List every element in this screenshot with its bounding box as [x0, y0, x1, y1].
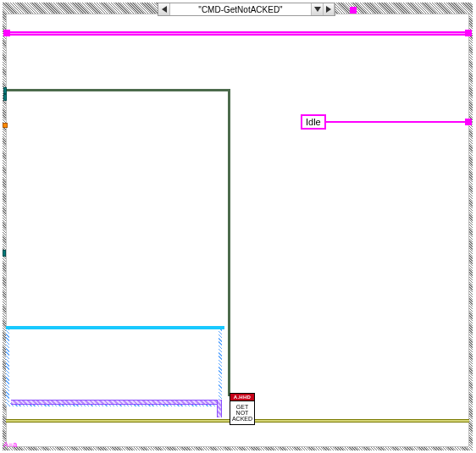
case-prev-button[interactable] — [158, 3, 170, 15]
wire-magenta-idle — [324, 121, 469, 123]
tunnel-top-magenta — [350, 7, 357, 14]
case-name-display[interactable]: "CMD-GetNotACKED" — [170, 5, 311, 14]
footer-aa-label: A=a — [3, 440, 17, 449]
wire-purple-vertical — [217, 400, 222, 417]
tunnel-left-green — [3, 87, 7, 94]
subvi-header: A.HHD — [230, 394, 254, 401]
tunnel-left-magenta-top — [3, 30, 10, 36]
wire-green-horizontal — [6, 89, 230, 91]
tunnel-right-magenta-top — [465, 30, 472, 36]
tunnel-left-teal-2 — [3, 94, 7, 101]
footer-aa-text: A=a — [3, 440, 17, 449]
wire-cyan-loop-top — [6, 326, 224, 329]
case-selector[interactable]: "CMD-GetNotACKED" — [158, 3, 335, 16]
chevron-left-icon — [162, 6, 167, 13]
chevron-down-icon — [314, 7, 321, 12]
svg-marker-0 — [162, 6, 167, 13]
case-dropdown-button[interactable] — [311, 3, 323, 15]
wire-green-vertical — [228, 89, 230, 396]
subvi-header-text: A.HHD — [234, 395, 252, 400]
tunnel-right-idle — [465, 119, 472, 125]
tunnel-left-teal-mid — [3, 250, 6, 257]
chevron-right-icon — [326, 6, 331, 13]
inner-loop-body — [9, 329, 219, 403]
wire-magenta-top-bus — [6, 31, 469, 36]
svg-marker-2 — [326, 6, 331, 13]
case-next-button[interactable] — [323, 3, 335, 15]
tunnel-left-orange — [3, 123, 8, 128]
case-name-text: "CMD-GetNotACKED" — [198, 5, 282, 14]
constant-idle[interactable]: Idle — [301, 114, 326, 130]
subvi-get-not-acked[interactable]: A.HHD GET NOT ACKED — [230, 393, 255, 425]
subvi-body: GET NOT ACKED — [230, 401, 254, 424]
svg-marker-1 — [314, 7, 321, 12]
subvi-body-text: GET NOT ACKED — [232, 404, 252, 422]
wire-purple-horizontal — [11, 400, 222, 405]
constant-idle-text: Idle — [306, 117, 321, 127]
